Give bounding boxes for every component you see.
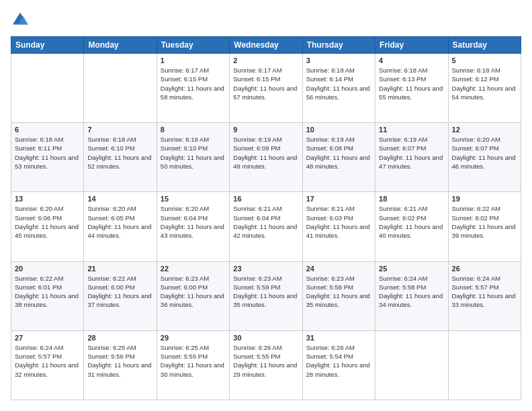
calendar-cell: 18Sunrise: 6:21 AMSunset: 6:02 PMDayligh… — [375, 192, 448, 261]
calendar-cell: 20Sunrise: 6:22 AMSunset: 6:01 PMDayligh… — [11, 261, 84, 330]
day-info: Sunrise: 6:17 AMSunset: 6:15 PMDaylight:… — [233, 66, 298, 101]
day-info: Sunrise: 6:19 AMSunset: 6:10 PMDaylight:… — [161, 135, 226, 171]
day-number: 2 — [233, 56, 298, 64]
day-number: 21 — [87, 265, 152, 273]
day-number: 25 — [379, 265, 444, 273]
day-number: 13 — [15, 195, 80, 203]
calendar-cell: 8Sunrise: 6:19 AMSunset: 6:10 PMDaylight… — [157, 123, 229, 192]
calendar-cell: 23Sunrise: 6:23 AMSunset: 5:59 PMDayligh… — [230, 261, 302, 330]
col-header-tuesday: Tuesday — [157, 37, 229, 54]
week-row-5: 27Sunrise: 6:24 AMSunset: 5:57 PMDayligh… — [11, 330, 521, 400]
calendar-cell: 15Sunrise: 6:20 AMSunset: 6:04 PMDayligh… — [157, 192, 229, 261]
day-number: 7 — [87, 126, 152, 134]
header — [11, 11, 521, 30]
logo — [11, 11, 32, 30]
calendar-cell: 21Sunrise: 6:22 AMSunset: 6:00 PMDayligh… — [84, 261, 157, 330]
calendar-cell: 2Sunrise: 6:17 AMSunset: 6:15 PMDaylight… — [230, 54, 302, 123]
calendar-cell — [11, 54, 84, 123]
day-number: 6 — [15, 126, 80, 134]
calendar-cell: 26Sunrise: 6:24 AMSunset: 5:57 PMDayligh… — [448, 261, 521, 330]
day-number: 23 — [233, 265, 298, 273]
calendar-cell: 11Sunrise: 6:19 AMSunset: 6:07 PMDayligh… — [375, 123, 448, 192]
day-number: 30 — [233, 334, 298, 342]
calendar-cell: 4Sunrise: 6:18 AMSunset: 6:13 PMDaylight… — [375, 54, 448, 123]
col-header-thursday: Thursday — [302, 37, 375, 54]
day-info: Sunrise: 6:20 AMSunset: 6:04 PMDaylight:… — [161, 204, 226, 240]
calendar-cell: 10Sunrise: 6:19 AMSunset: 6:08 PMDayligh… — [302, 123, 375, 192]
calendar-cell: 29Sunrise: 6:25 AMSunset: 5:55 PMDayligh… — [157, 330, 229, 400]
day-info: Sunrise: 6:17 AMSunset: 6:15 PMDaylight:… — [161, 66, 226, 101]
day-number: 11 — [379, 126, 444, 134]
day-info: Sunrise: 6:26 AMSunset: 5:54 PMDaylight:… — [306, 343, 371, 379]
day-info: Sunrise: 6:21 AMSunset: 6:03 PMDaylight:… — [306, 204, 371, 240]
day-info: Sunrise: 6:18 AMSunset: 6:11 PMDaylight:… — [15, 135, 80, 171]
day-info: Sunrise: 6:23 AMSunset: 6:00 PMDaylight:… — [161, 274, 226, 310]
day-info: Sunrise: 6:22 AMSunset: 6:01 PMDaylight:… — [15, 274, 80, 310]
day-info: Sunrise: 6:25 AMSunset: 5:55 PMDaylight:… — [161, 343, 226, 379]
day-number: 14 — [87, 195, 152, 203]
day-info: Sunrise: 6:23 AMSunset: 5:58 PMDaylight:… — [306, 274, 371, 310]
day-info: Sunrise: 6:21 AMSunset: 6:02 PMDaylight:… — [379, 204, 444, 240]
page: SundayMondayTuesdayWednesdayThursdayFrid… — [0, 0, 532, 411]
day-number: 1 — [161, 56, 226, 64]
day-info: Sunrise: 6:26 AMSunset: 5:55 PMDaylight:… — [233, 343, 298, 379]
calendar-cell: 19Sunrise: 6:22 AMSunset: 6:02 PMDayligh… — [448, 192, 521, 261]
calendar-cell: 28Sunrise: 6:25 AMSunset: 5:56 PMDayligh… — [84, 330, 157, 400]
day-number: 9 — [233, 126, 298, 134]
calendar-cell: 6Sunrise: 6:18 AMSunset: 6:11 PMDaylight… — [11, 123, 84, 192]
day-info: Sunrise: 6:19 AMSunset: 6:09 PMDaylight:… — [233, 135, 298, 171]
week-row-2: 6Sunrise: 6:18 AMSunset: 6:11 PMDaylight… — [11, 123, 521, 192]
day-number: 22 — [161, 265, 226, 273]
day-info: Sunrise: 6:18 AMSunset: 6:14 PMDaylight:… — [306, 66, 371, 101]
day-info: Sunrise: 6:22 AMSunset: 6:00 PMDaylight:… — [87, 274, 152, 310]
col-header-saturday: Saturday — [448, 37, 521, 54]
day-number: 19 — [452, 195, 517, 203]
week-row-3: 13Sunrise: 6:20 AMSunset: 6:06 PMDayligh… — [11, 192, 521, 261]
day-number: 8 — [161, 126, 226, 134]
calendar-cell: 12Sunrise: 6:20 AMSunset: 6:07 PMDayligh… — [448, 123, 521, 192]
calendar-cell: 13Sunrise: 6:20 AMSunset: 6:06 PMDayligh… — [11, 192, 84, 261]
day-number: 27 — [15, 334, 80, 342]
day-number: 24 — [306, 265, 371, 273]
col-header-sunday: Sunday — [11, 37, 84, 54]
day-info: Sunrise: 6:22 AMSunset: 6:02 PMDaylight:… — [452, 204, 517, 240]
day-info: Sunrise: 6:19 AMSunset: 6:08 PMDaylight:… — [306, 135, 371, 171]
day-info: Sunrise: 6:23 AMSunset: 5:59 PMDaylight:… — [233, 274, 298, 310]
calendar-cell — [448, 330, 521, 400]
calendar-cell: 30Sunrise: 6:26 AMSunset: 5:55 PMDayligh… — [230, 330, 302, 400]
calendar-cell: 25Sunrise: 6:24 AMSunset: 5:58 PMDayligh… — [375, 261, 448, 330]
logo-icon — [11, 11, 30, 30]
calendar-cell: 24Sunrise: 6:23 AMSunset: 5:58 PMDayligh… — [302, 261, 375, 330]
day-info: Sunrise: 6:19 AMSunset: 6:07 PMDaylight:… — [379, 135, 444, 171]
day-number: 17 — [306, 195, 371, 203]
day-info: Sunrise: 6:24 AMSunset: 5:58 PMDaylight:… — [379, 274, 444, 310]
calendar-cell: 5Sunrise: 6:18 AMSunset: 6:12 PMDaylight… — [448, 54, 521, 123]
day-number: 16 — [233, 195, 298, 203]
week-row-4: 20Sunrise: 6:22 AMSunset: 6:01 PMDayligh… — [11, 261, 521, 330]
day-info: Sunrise: 6:25 AMSunset: 5:56 PMDaylight:… — [87, 343, 152, 379]
day-number: 10 — [306, 126, 371, 134]
calendar: SundayMondayTuesdayWednesdayThursdayFrid… — [11, 36, 521, 400]
col-header-wednesday: Wednesday — [230, 37, 302, 54]
day-number: 28 — [87, 334, 152, 342]
day-info: Sunrise: 6:24 AMSunset: 5:57 PMDaylight:… — [15, 343, 80, 379]
day-info: Sunrise: 6:18 AMSunset: 6:13 PMDaylight:… — [379, 66, 444, 101]
day-info: Sunrise: 6:20 AMSunset: 6:07 PMDaylight:… — [452, 135, 517, 171]
calendar-cell: 31Sunrise: 6:26 AMSunset: 5:54 PMDayligh… — [302, 330, 375, 400]
calendar-cell — [375, 330, 448, 400]
day-number: 5 — [452, 56, 517, 64]
calendar-cell: 17Sunrise: 6:21 AMSunset: 6:03 PMDayligh… — [302, 192, 375, 261]
day-number: 26 — [452, 265, 517, 273]
day-info: Sunrise: 6:18 AMSunset: 6:12 PMDaylight:… — [452, 66, 517, 101]
day-info: Sunrise: 6:24 AMSunset: 5:57 PMDaylight:… — [452, 274, 517, 310]
calendar-cell: 14Sunrise: 6:20 AMSunset: 6:05 PMDayligh… — [84, 192, 157, 261]
day-number: 15 — [161, 195, 226, 203]
calendar-cell: 3Sunrise: 6:18 AMSunset: 6:14 PMDaylight… — [302, 54, 375, 123]
col-header-monday: Monday — [84, 37, 157, 54]
week-row-1: 1Sunrise: 6:17 AMSunset: 6:15 PMDaylight… — [11, 54, 521, 123]
day-info: Sunrise: 6:21 AMSunset: 6:04 PMDaylight:… — [233, 204, 298, 240]
day-number: 20 — [15, 265, 80, 273]
day-number: 3 — [306, 56, 371, 64]
day-number: 31 — [306, 334, 371, 342]
calendar-cell: 9Sunrise: 6:19 AMSunset: 6:09 PMDaylight… — [230, 123, 302, 192]
